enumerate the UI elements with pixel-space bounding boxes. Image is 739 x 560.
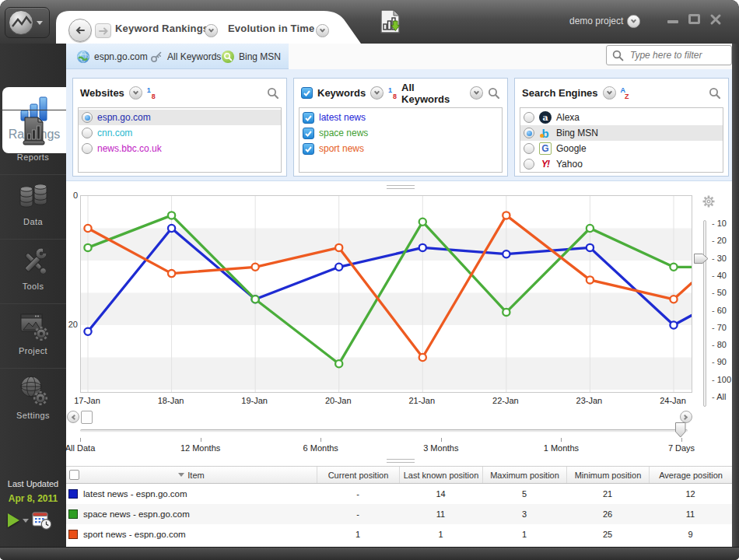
evolution-dropdown-button[interactable] (316, 24, 329, 37)
search-engine-label: Bing MSN (556, 128, 598, 138)
keywords-search-icon[interactable] (488, 87, 500, 100)
search-engine-row[interactable]: GGoogle (520, 141, 723, 156)
search-engines-dropdown-button[interactable] (603, 86, 616, 100)
website-row[interactable]: cnn.com (79, 125, 281, 141)
time-range-label-6-months[interactable]: 6 Months (278, 443, 363, 453)
checkbox[interactable] (303, 128, 314, 139)
minimize-button[interactable] (667, 20, 678, 23)
chart-scale-slider-handle[interactable] (694, 254, 709, 264)
radio-button[interactable] (524, 128, 534, 138)
sidebar-item-settings[interactable]: Settings (0, 368, 66, 432)
nav-tab-keyword-rankings[interactable]: Keyword Rankings (115, 23, 208, 34)
keywords-scope-label[interactable]: All Keywords (401, 82, 465, 105)
time-range-label-12-months[interactable]: 12 Months (158, 443, 243, 453)
project-icon (17, 310, 50, 342)
keywords-list: latest newsspace newssport news (299, 107, 503, 173)
column-header-last-known-position[interactable]: Last known position (399, 467, 482, 483)
websites-search-icon[interactable] (267, 87, 279, 100)
keywords-dropdown-button[interactable] (370, 86, 384, 100)
breadcrumb-search-engine[interactable]: Bing MSN (222, 44, 281, 69)
app-menu-button[interactable] (5, 7, 50, 38)
close-button[interactable] (709, 13, 722, 26)
checkbox[interactable] (303, 112, 314, 124)
breadcrumb-website[interactable]: espn.go.com (77, 44, 148, 69)
sidebar-item-reports[interactable]: Reports (0, 110, 66, 174)
titlebar: Keyword Rankings Evolution in Time demo … (0, 0, 739, 44)
scroll-right-button[interactable] (680, 411, 692, 423)
project-selector-label[interactable]: demo project (569, 16, 623, 26)
panel-splitter-grip[interactable] (387, 185, 415, 189)
arrow-right-icon (98, 26, 109, 37)
item-cell: sport news - espn.go.com (66, 530, 317, 539)
websites-dropdown-button[interactable] (129, 86, 142, 100)
radio-button[interactable] (524, 143, 534, 154)
maximize-button[interactable] (688, 14, 700, 24)
time-range-label-3-months[interactable]: 3 Months (398, 443, 484, 453)
filter-search-input[interactable] (629, 49, 726, 61)
table-row[interactable]: latest news - espn.go.com-1452112 (66, 484, 732, 504)
radio-button[interactable] (82, 143, 93, 154)
last-updated-date: Apr 8, 2011 (0, 493, 66, 504)
value-cell: 26 (566, 509, 649, 519)
select-all-checkbox[interactable] (69, 470, 79, 480)
time-range-label-1-months[interactable]: 1 Months (518, 443, 604, 453)
rankings-chart[interactable] (80, 195, 692, 393)
schedule-calendar-icon[interactable] (32, 510, 52, 530)
radio-button[interactable] (82, 128, 93, 138)
globe-icon (77, 51, 89, 63)
keyword-row[interactable]: sport news (299, 141, 502, 156)
sidebar-item-project[interactable]: Project (0, 303, 66, 368)
run-options-chevron-icon[interactable] (23, 519, 29, 523)
websites-count-badge: 1 8 (147, 87, 156, 100)
time-range-label-7-days[interactable]: 7 Days (639, 443, 724, 453)
column-header-minimum-position[interactable]: Minimum position (566, 467, 649, 483)
yahoo-favicon: Y! (539, 158, 552, 170)
sidebar-item-data[interactable]: Data (0, 174, 66, 239)
back-button[interactable] (68, 19, 92, 42)
table-row[interactable]: sport news - espn.go.com111259 (66, 524, 732, 544)
time-range-tick (561, 438, 562, 442)
forward-button[interactable] (95, 23, 111, 38)
search-engines-list: aAlexabBing MSNGGoogleY!Yahoo (520, 107, 723, 173)
filter-search-box[interactable] (606, 45, 732, 65)
sort-descending-icon (178, 473, 184, 477)
column-header-average-position[interactable]: Average position (649, 467, 732, 483)
scroll-left-button[interactable] (67, 411, 79, 423)
keywords-panel: Keywords 1 8 All Keywords latest newsspa… (293, 78, 508, 177)
tools-icon (17, 245, 50, 278)
sidebar-item-tools[interactable]: Tools (0, 239, 66, 303)
table-row[interactable]: space news - espn.go.com-1132611 (66, 504, 732, 524)
search-engines-sort-badge[interactable]: A Z (621, 87, 629, 100)
keyword-row[interactable]: latest news (299, 110, 502, 125)
search-engine-row[interactable]: Y!Yahoo (520, 156, 723, 172)
table-splitter-grip[interactable] (387, 459, 415, 463)
report-export-icon[interactable] (379, 9, 404, 37)
time-range-slider-handle[interactable] (675, 422, 686, 438)
checkbox[interactable] (303, 143, 314, 155)
column-header-current-position[interactable]: Current position (317, 467, 399, 483)
radio-button[interactable] (82, 112, 93, 123)
website-row[interactable]: espn.go.com (79, 110, 281, 125)
keyword-rankings-dropdown-button[interactable] (205, 24, 218, 37)
search-engine-row[interactable]: bBing MSN (520, 125, 723, 141)
time-range-label-all-data[interactable]: All Data (37, 443, 123, 453)
column-header-item[interactable]: Item (66, 467, 317, 483)
project-dropdown-button[interactable] (627, 15, 640, 28)
search-engines-search-icon[interactable] (709, 87, 721, 100)
breadcrumb-keywords[interactable]: All Keywords (150, 44, 221, 69)
run-update-button[interactable] (8, 513, 19, 527)
scrollbar-thumb[interactable] (81, 411, 93, 424)
keyword-row[interactable]: space news (299, 125, 502, 141)
keywords-scope-dropdown-button[interactable] (470, 86, 483, 100)
chart-settings-gear-icon[interactable] (701, 194, 716, 209)
column-header-maximum-position[interactable]: Maximum position (482, 467, 566, 483)
nav-tab-evolution-in-time[interactable]: Evolution in Time (228, 23, 315, 34)
search-engine-row[interactable]: aAlexa (520, 110, 723, 125)
keywords-select-all-checkbox[interactable] (301, 87, 313, 99)
chart-scale-slider-track[interactable] (703, 220, 706, 407)
radio-button[interactable] (524, 112, 534, 123)
time-range-slider-track[interactable] (80, 429, 688, 432)
x-axis-label: 24-Jan (650, 396, 696, 405)
radio-button[interactable] (524, 159, 534, 170)
website-row[interactable]: news.bbc.co.uk (79, 141, 281, 156)
